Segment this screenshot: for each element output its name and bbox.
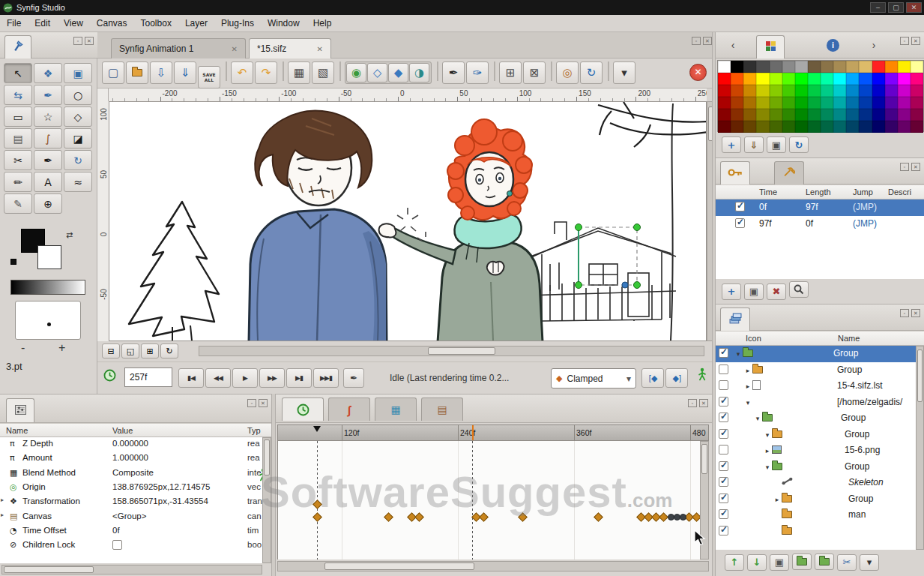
panel-close-icon[interactable]: ✕ [85, 37, 94, 45]
palette-swatch[interactable] [859, 61, 872, 73]
mirror-tool-button[interactable]: ⇆ [4, 85, 32, 105]
palette-swatch[interactable] [795, 121, 808, 133]
snap-grid-button[interactable]: ⊠ [523, 62, 546, 84]
interpolation-dropdown[interactable]: ◆ Clamped ▾ [551, 368, 636, 388]
palette-swatch[interactable] [795, 97, 808, 109]
render-button[interactable]: ▦ [288, 62, 310, 84]
palette-swatch[interactable] [846, 121, 859, 133]
palette-swatch[interactable] [743, 121, 756, 133]
canvas[interactable] [109, 101, 707, 341]
palette-swatch[interactable] [731, 97, 743, 109]
panel-detach-icon[interactable]: ▫ [900, 163, 909, 171]
canvas-horizontal-scrollbar[interactable] [199, 346, 704, 356]
eyedrop-tool-button[interactable]: ✒ [34, 85, 62, 105]
info-icon[interactable]: i [827, 39, 839, 52]
seek-end-button[interactable]: ▶▶▮ [313, 368, 339, 388]
palette-swatch[interactable] [770, 85, 782, 97]
reset-colors-icon[interactable] [10, 259, 16, 265]
waypoint-icon[interactable] [518, 512, 528, 522]
palette-swatch[interactable] [846, 85, 859, 97]
param-row[interactable]: πAmount1.000000rea [0, 452, 271, 466]
layer-visibility-checkbox[interactable] [719, 445, 728, 454]
palette-swatch[interactable] [821, 85, 833, 97]
keyframes-tab[interactable] [720, 161, 750, 184]
layer-row[interactable] [716, 524, 924, 540]
palette-swatch[interactable] [731, 85, 743, 97]
palette-swatch[interactable] [756, 73, 769, 85]
parameters-horizontal-scrollbar[interactable] [1, 565, 262, 574]
palette-swatch[interactable] [782, 73, 795, 85]
menu-file[interactable]: File [0, 15, 28, 32]
palette-swatch[interactable] [731, 61, 743, 73]
keyframe-checkbox[interactable] [735, 202, 745, 212]
timetrack-tab-canvas[interactable]: ▦ [375, 398, 417, 421]
palette-swatch[interactable] [718, 109, 731, 121]
layer-visibility-checkbox[interactable] [719, 526, 728, 536]
brush-size-decrease-button[interactable]: - [21, 341, 25, 355]
future-keyframe-lock-button[interactable]: ◆] [665, 368, 688, 388]
panel-close-icon[interactable]: ✕ [911, 309, 920, 317]
timetrack-horizontal-scrollbar[interactable] [277, 561, 709, 572]
palette-swatch[interactable] [808, 121, 821, 133]
duplicate-tool-button[interactable]: ▣ [64, 63, 92, 83]
palette-swatch[interactable] [743, 85, 756, 97]
layer-visibility-checkbox[interactable] [719, 429, 728, 439]
low-res-button[interactable]: ⊟ [102, 344, 120, 358]
panel-detach-icon[interactable]: ▫ [900, 309, 909, 317]
chevron-left-icon[interactable]: ‹ [725, 36, 741, 54]
tab-close-icon[interactable]: ✕ [317, 45, 323, 53]
next-frame-button[interactable]: ▶▶ [259, 368, 285, 388]
undo-button[interactable]: ↶ [231, 62, 253, 84]
menu-window[interactable]: Window [261, 15, 307, 32]
menu-toolbox[interactable]: Toolbox [134, 15, 178, 32]
palette-swatch[interactable] [885, 61, 898, 73]
palette-swatch[interactable] [833, 73, 846, 85]
parameters-vertical-scrollbar[interactable] [262, 437, 271, 563]
ink-tool-button[interactable]: ✒ [34, 150, 62, 170]
timetrack-tab-meta[interactable]: ▤ [421, 398, 463, 421]
sketch-tool-button[interactable]: ✎ [4, 194, 32, 214]
layer-visibility-checkbox[interactable] [719, 509, 728, 519]
search-keyframe-button[interactable] [789, 281, 809, 298]
save-as-button[interactable]: ⇓ [174, 62, 196, 84]
param-row[interactable]: ◔Time Offset0ftim [0, 524, 271, 538]
palette-swatch[interactable] [743, 61, 756, 73]
panel-detach-icon[interactable]: ▫ [247, 399, 256, 407]
save-all-button[interactable]: SAVE ALL [198, 66, 220, 88]
palette-swatch[interactable] [821, 97, 833, 109]
scrollbar-thumb[interactable] [917, 350, 923, 402]
palette-swatch[interactable] [872, 85, 885, 97]
palette-swatch[interactable] [898, 61, 911, 73]
menu-plug-ins[interactable]: Plug-Ins [214, 15, 261, 32]
waypoint-icon[interactable] [594, 512, 603, 522]
palette-swatch[interactable] [731, 109, 743, 121]
palette-swatch[interactable] [808, 85, 821, 97]
expander-icon[interactable]: ▸ [763, 447, 772, 454]
palette-swatch[interactable] [795, 85, 808, 97]
outline-color-swatch[interactable] [37, 245, 61, 269]
palette-swatch[interactable] [859, 85, 872, 97]
palette-swatch[interactable] [859, 97, 872, 109]
palette-tab[interactable] [756, 35, 785, 58]
redo-button[interactable]: ↷ [255, 62, 277, 84]
toggle-record-button[interactable]: ◉ [346, 63, 366, 82]
parameters-tab[interactable] [6, 398, 34, 422]
palette-swatch[interactable] [756, 109, 769, 121]
raise-layer-button[interactable]: ↑ [725, 554, 744, 571]
param-row[interactable]: ◎Origin138.876925px,12.714575vec [0, 481, 271, 495]
duplicate-keyframe-button[interactable]: ▣ [744, 284, 764, 300]
panel-close-icon[interactable]: ✕ [259, 399, 268, 407]
star-tool-button[interactable]: ☆ [34, 106, 62, 127]
menu-edit[interactable]: Edit [28, 15, 57, 32]
palette-swatch[interactable] [731, 121, 743, 133]
fill-tool-button[interactable]: ◪ [64, 128, 92, 148]
palette-swatch[interactable] [821, 109, 833, 121]
waypoint-icon[interactable] [384, 512, 393, 522]
brush-size-increase-button[interactable]: + [58, 341, 65, 355]
palette-swatch[interactable] [782, 121, 795, 133]
refresh-button[interactable]: ↻ [580, 62, 603, 84]
palette-swatch[interactable] [795, 109, 808, 121]
toolbar-menu-button[interactable]: ▾ [613, 62, 635, 84]
next-keyframe-button[interactable]: ▶▮ [286, 368, 312, 388]
width-tool-button[interactable]: ≈ [64, 172, 92, 192]
